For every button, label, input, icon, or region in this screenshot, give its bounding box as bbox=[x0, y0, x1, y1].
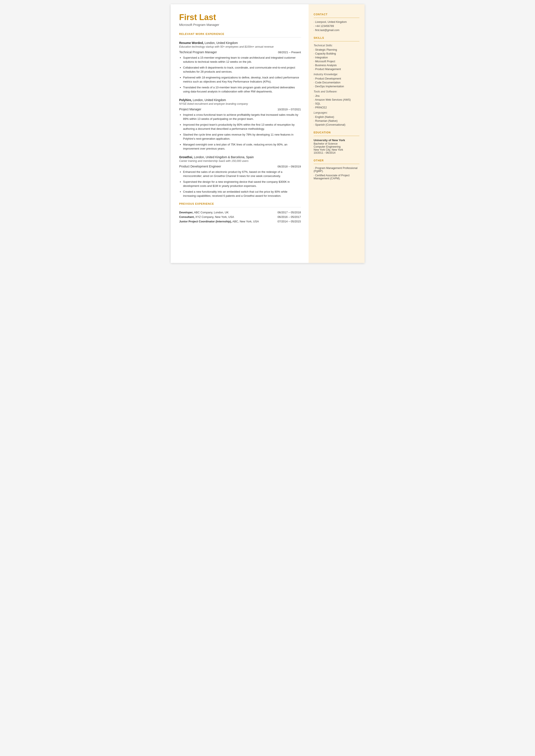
bullet-1-3: Partnered with 18 engineering organizati… bbox=[183, 75, 301, 84]
job-entry-2: Polyhire, London, United Kingdom NYSE-li… bbox=[179, 98, 301, 151]
education-divider bbox=[314, 136, 359, 136]
bullet-2-3: Slashed the cycle time and grew sales re… bbox=[183, 132, 301, 141]
prev-exp-bold-3: Junior Project Coordinator (Internship), bbox=[179, 220, 232, 223]
prev-exp-row-1: Developer, ABC Company, London, UK 06/20… bbox=[179, 211, 301, 214]
bullet-1-2: Collaborated with 8 departments to track… bbox=[183, 66, 301, 74]
bullet-1-4: Translated the needs of a 10-member team… bbox=[183, 85, 301, 94]
other-capm: Certified Associate of Project Managemen… bbox=[314, 174, 359, 180]
prev-exp-bold-2: Consultant, bbox=[179, 215, 195, 218]
contact-section-title: CONTACT bbox=[314, 13, 359, 16]
industry-skills-label: Industry Knowledge: bbox=[314, 73, 359, 76]
skill-product-management: Product Management bbox=[314, 68, 359, 71]
relevant-work-divider bbox=[179, 37, 301, 38]
bullet-2-1: Inspired a cross-functional team to achi… bbox=[183, 113, 301, 121]
skill-business-analysis: Business Analysis bbox=[314, 64, 359, 67]
languages-label: Languages: bbox=[314, 111, 359, 114]
skill-microsoft-project: Microsoft Project bbox=[314, 60, 359, 63]
other-pgmp: Program Management Professional (PgMP). bbox=[314, 167, 359, 173]
company-name-2: Polyhire, bbox=[179, 98, 192, 102]
prev-exp-rest-2: XYZ Company, New York, USA bbox=[195, 215, 234, 218]
job-dates-1: 08/2021 – Present bbox=[278, 51, 301, 54]
job-title-3: Product Development Engineer bbox=[179, 165, 221, 168]
skill-strategic-planning: Strategic Planning bbox=[314, 48, 359, 51]
left-column: First Last Microsoft Program Manager REL… bbox=[171, 4, 309, 263]
prev-exp-rest-1: ABC Company, London, UK bbox=[193, 211, 229, 214]
job-row-3: Product Development Engineer 06/2018 – 0… bbox=[179, 165, 301, 168]
candidate-name: First Last bbox=[179, 13, 301, 22]
bullet-list-1: Supervised a 15-member engineering team … bbox=[179, 56, 301, 94]
skill-integration: Integration bbox=[314, 56, 359, 59]
prev-exp-left-3: Junior Project Coordinator (Internship),… bbox=[179, 220, 278, 223]
job-dates-2: 10/2019 – 07/2021 bbox=[277, 108, 301, 111]
prev-exp-left-1: Developer, ABC Company, London, UK bbox=[179, 211, 278, 214]
bullet-1-1: Supervised a 15-member engineering team … bbox=[183, 56, 301, 64]
relevant-work-section-title: RELEVANT WORK EXPERIENCE bbox=[179, 33, 301, 36]
prev-exp-row-3: Junior Project Coordinator (Internship),… bbox=[179, 220, 301, 223]
previous-exp-section-title: PREVIOUS EXPERIENCE bbox=[179, 202, 301, 205]
job-entry-1: Resume Worded, London, United Kingdom Ed… bbox=[179, 41, 301, 94]
other-divider bbox=[314, 164, 359, 164]
company-header-2: Polyhire, London, United Kingdom bbox=[179, 98, 301, 102]
skill-aws: Amazon Web Services (AWS) bbox=[314, 98, 359, 101]
prev-exp-dates-1: 06/2017 – 05/2018 bbox=[277, 211, 301, 214]
company-desc-3: Career training and membership SaaS with… bbox=[179, 159, 301, 162]
bullet-3-2: Supervised the design for a new engineer… bbox=[183, 180, 301, 188]
technical-skills-label: Technical Skills: bbox=[314, 44, 359, 47]
candidate-title: Microsoft Program Manager bbox=[179, 23, 301, 26]
company-location-3: London, United Kingdom & Barcelona, Spai… bbox=[193, 155, 254, 159]
prev-exp-row-2: Consultant, XYZ Company, New York, USA 0… bbox=[179, 215, 301, 218]
company-desc-2: NYSE-listed recruitment and employer bra… bbox=[179, 102, 301, 105]
prev-exp-dates-2: 06/2016 – 05/2017 bbox=[277, 215, 301, 218]
education-field: Computer Engineering bbox=[314, 145, 359, 148]
job-row-2: Project Manager 10/2019 – 07/2021 bbox=[179, 107, 301, 111]
bullet-list-2: Inspired a cross-functional team to achi… bbox=[179, 113, 301, 151]
company-header-1: Resume Worded, London, United Kingdom bbox=[179, 41, 301, 45]
prev-exp-left-2: Consultant, XYZ Company, New York, USA bbox=[179, 215, 278, 218]
skill-product-development: Product Development bbox=[314, 77, 359, 80]
prev-exp-bold-1: Developer, bbox=[179, 211, 193, 214]
company-header-3: Growthsi, London, United Kingdom & Barce… bbox=[179, 155, 301, 159]
bullet-list-3: Enhanced the sales of an electronic prod… bbox=[179, 170, 301, 198]
bullet-3-1: Enhanced the sales of an electronic prod… bbox=[183, 170, 301, 178]
contact-phone: +44 123456789 bbox=[314, 25, 359, 28]
language-english: English (Native) bbox=[314, 116, 359, 119]
job-title-1: Technical Program Manager bbox=[179, 50, 217, 54]
skill-devops-implementation: DevOps Implementation bbox=[314, 85, 359, 88]
education-degree: Bachelor of Science bbox=[314, 142, 359, 145]
contact-email: first.last@gmail.com bbox=[314, 29, 359, 32]
education-school: University of New York bbox=[314, 139, 359, 142]
skill-prince2: PRINCE2 bbox=[314, 106, 359, 109]
job-row-1: Technical Program Manager 08/2021 – Pres… bbox=[179, 50, 301, 54]
bullet-2-4: Managed oversight over a test plan of 75… bbox=[183, 142, 301, 151]
previous-exp-table: Developer, ABC Company, London, UK 06/20… bbox=[179, 211, 301, 223]
prev-exp-rest-3: ABC, New York, USA bbox=[232, 220, 259, 223]
company-desc-1: Education technology startup with 50+ em… bbox=[179, 45, 301, 48]
tools-skills-label: Tools and Software: bbox=[314, 90, 359, 93]
bullet-3-3: Created a new functionality into an embe… bbox=[183, 190, 301, 198]
right-column: CONTACT Liverpool, United Kingdom +44 12… bbox=[309, 4, 365, 263]
job-entry-3: Growthsi, London, United Kingdom & Barce… bbox=[179, 155, 301, 198]
education-section-title: EDUCATION bbox=[314, 131, 359, 134]
contact-address: Liverpool, United Kingdom bbox=[314, 20, 359, 23]
job-title-2: Project Manager bbox=[179, 107, 202, 111]
language-spanish: Spanish (Conversational) bbox=[314, 123, 359, 126]
skill-jira: Jira bbox=[314, 95, 359, 98]
company-location-2: London, United Kingdom bbox=[192, 98, 226, 102]
company-name-3: Growthsi, bbox=[179, 155, 193, 159]
skill-code-documentation: Code Documentation bbox=[314, 81, 359, 84]
education-dates: 10/2011 - 06/2014 bbox=[314, 151, 359, 154]
skills-section-title: SKILLS bbox=[314, 37, 359, 40]
prev-exp-dates-3: 07/2014 – 05/2015 bbox=[277, 220, 301, 223]
company-location-1: London, United Kingdom bbox=[204, 41, 238, 44]
skills-divider bbox=[314, 41, 359, 42]
resume-container: First Last Microsoft Program Manager REL… bbox=[171, 4, 365, 263]
job-dates-3: 06/2018 – 09/2019 bbox=[277, 165, 301, 168]
other-section-title: OTHER bbox=[314, 159, 359, 162]
language-romanian: Romanian (Native) bbox=[314, 119, 359, 123]
skill-capacity-building: Capacity Building bbox=[314, 52, 359, 55]
company-name-1: Resume Worded, bbox=[179, 41, 204, 44]
education-location: New York City, New York bbox=[314, 148, 359, 151]
skill-sql: SQL bbox=[314, 102, 359, 105]
bullet-2-2: Improved the project team's productivity… bbox=[183, 123, 301, 131]
